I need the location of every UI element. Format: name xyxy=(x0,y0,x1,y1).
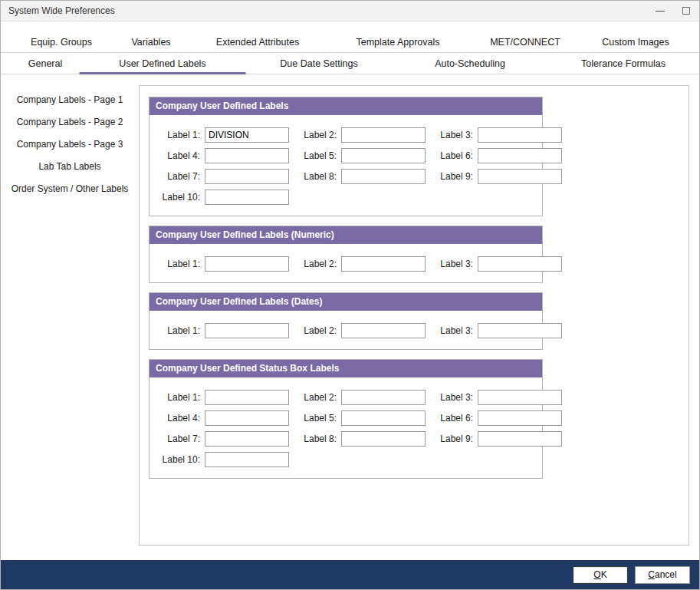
group-1-label-6-input[interactable] xyxy=(478,148,562,163)
field-label-label-9: Label 9: xyxy=(430,171,473,182)
field-label-label-4: Label 4: xyxy=(157,413,200,424)
field-label-label-5: Label 5: xyxy=(294,413,337,424)
close-button[interactable] xyxy=(673,1,699,21)
window-title: System Wide Preferences xyxy=(1,5,115,16)
field-label-label-4: Label 4: xyxy=(157,150,200,161)
group-header: Company User Defined Status Box Labels xyxy=(150,360,542,377)
field-label-label-1: Label 1: xyxy=(157,259,200,269)
group-1-label-9-input[interactable] xyxy=(478,169,562,184)
group-4-label-10-input[interactable] xyxy=(205,452,289,467)
tab-auto-scheduling[interactable]: Auto-Scheduling xyxy=(427,53,513,74)
tab-row-top: Equip. GroupsVariablesExtended Attribute… xyxy=(1,32,699,53)
tab-general[interactable]: General xyxy=(21,53,70,74)
group-2-label-3-input[interactable] xyxy=(478,256,562,272)
ok-button[interactable]: OK xyxy=(573,566,628,584)
field-label-label-3: Label 3: xyxy=(430,392,473,403)
group-header: Company User Defined Labels xyxy=(150,97,542,115)
tab-custom-images[interactable]: Custom Images xyxy=(594,32,677,52)
title-bar: System Wide Preferences — xyxy=(1,1,699,21)
group-1-label-4-input[interactable] xyxy=(205,148,289,163)
minimize-button[interactable]: — xyxy=(647,1,673,21)
close-icon xyxy=(682,7,690,15)
group-company-user-defined-labels: Company User Defined LabelsLabel 1:Label… xyxy=(149,97,543,216)
minimize-icon: — xyxy=(656,5,665,16)
group-1-label-8-input[interactable] xyxy=(341,169,426,184)
sidebar-item-order-system-other-labels[interactable]: Order System / Other Labels xyxy=(1,177,139,199)
group-company-user-defined-labels-dates: Company User Defined Labels (Dates)Label… xyxy=(149,292,543,350)
field-label-label-3: Label 3: xyxy=(430,259,473,269)
field-label-label-5: Label 5: xyxy=(294,150,337,161)
group-body: Label 1:Label 2:Label 3: xyxy=(150,311,542,349)
group-2-label-2-input[interactable] xyxy=(341,256,426,272)
cancel-button[interactable]: Cancel xyxy=(635,566,690,584)
group-4-label-7-input[interactable] xyxy=(205,431,289,447)
group-4-label-1-input[interactable] xyxy=(205,390,289,405)
field-label-label-3: Label 3: xyxy=(430,130,473,140)
group-1-label-3-input[interactable] xyxy=(478,127,562,143)
group-1-label-5-input[interactable] xyxy=(341,148,426,163)
sidebar-item-lab-tab-labels[interactable]: Lab Tab Labels xyxy=(1,155,139,177)
tab-equip-groups[interactable]: Equip. Groups xyxy=(23,32,100,52)
field-label-label-1: Label 1: xyxy=(157,130,200,140)
group-1-label-7-input[interactable] xyxy=(205,169,289,184)
system-wide-preferences-dialog: System Wide Preferences — Equip. GroupsV… xyxy=(0,0,700,590)
tab-extended-attributes[interactable]: Extended Attributes xyxy=(209,32,307,52)
window-controls: — xyxy=(647,1,699,21)
group-2-label-1-input[interactable] xyxy=(205,256,289,272)
group-1-label-10-input[interactable] xyxy=(205,190,289,205)
field-label-label-2: Label 2: xyxy=(294,130,337,140)
group-header: Company User Defined Labels (Numeric) xyxy=(150,226,542,244)
field-label-label-1: Label 1: xyxy=(157,392,200,403)
tab-row-bottom: GeneralUser Defined LabelsDue Date Setti… xyxy=(1,53,699,74)
group-body: Label 1:Label 2:Label 3: xyxy=(150,244,542,282)
sidebar-item-company-labels-page-2[interactable]: Company Labels - Page 2 xyxy=(1,110,139,133)
group-body: Label 1:Label 2:Label 3:Label 4:Label 5:… xyxy=(150,115,542,216)
tab-variables[interactable]: Variables xyxy=(123,32,178,52)
group-1-label-2-input[interactable] xyxy=(341,127,426,143)
group-company-user-defined-labels-numeric: Company User Defined Labels (Numeric)Lab… xyxy=(149,226,543,283)
tab-met-connect[interactable]: MET/CONNECT xyxy=(482,32,568,52)
group-4-label-5-input[interactable] xyxy=(341,410,426,426)
dialog-footer: OK Cancel xyxy=(1,560,699,589)
group-3-label-2-input[interactable] xyxy=(341,323,426,338)
field-label-label-1: Label 1: xyxy=(157,325,200,336)
field-label-label-2: Label 2: xyxy=(294,392,337,403)
group-4-label-3-input[interactable] xyxy=(478,390,562,405)
field-label-label-8: Label 8: xyxy=(294,433,337,444)
field-label-label-9: Label 9: xyxy=(430,433,473,444)
group-4-label-4-input[interactable] xyxy=(205,410,289,426)
group-3-label-3-input[interactable] xyxy=(478,323,562,338)
field-label-label-6: Label 6: xyxy=(430,413,473,424)
field-label-label-8: Label 8: xyxy=(294,171,337,182)
sidebar-item-company-labels-page-3[interactable]: Company Labels - Page 3 xyxy=(1,133,139,155)
field-label-label-6: Label 6: xyxy=(430,150,473,161)
field-label-label-7: Label 7: xyxy=(157,433,200,444)
group-4-label-2-input[interactable] xyxy=(341,390,426,405)
group-4-label-9-input[interactable] xyxy=(478,431,562,447)
content-panel: Company User Defined LabelsLabel 1:Label… xyxy=(139,85,689,546)
group-4-label-8-input[interactable] xyxy=(341,431,426,447)
field-label-label-3: Label 3: xyxy=(430,325,473,336)
group-3-label-1-input[interactable] xyxy=(205,323,289,338)
group-body: Label 1:Label 2:Label 3:Label 4:Label 5:… xyxy=(150,377,542,478)
field-label-label-10: Label 10: xyxy=(157,192,200,203)
tab-template-approvals[interactable]: Template Approvals xyxy=(348,32,447,52)
tab-user-defined-labels[interactable]: User Defined Labels xyxy=(80,53,246,74)
field-label-label-7: Label 7: xyxy=(157,171,200,182)
tab-due-date-settings[interactable]: Due Date Settings xyxy=(272,53,365,74)
group-company-user-defined-status-box-labels: Company User Defined Status Box LabelsLa… xyxy=(149,359,543,479)
field-label-label-2: Label 2: xyxy=(294,259,337,269)
group-4-label-6-input[interactable] xyxy=(478,410,562,426)
field-label-label-10: Label 10: xyxy=(157,454,200,465)
field-label-label-2: Label 2: xyxy=(294,325,337,336)
group-1-label-1-input[interactable] xyxy=(205,127,289,143)
labels-category-list: Company Labels - Page 1Company Labels - … xyxy=(1,74,139,560)
group-header: Company User Defined Labels (Dates) xyxy=(150,293,542,311)
sidebar-item-company-labels-page-1[interactable]: Company Labels - Page 1 xyxy=(1,88,139,110)
tab-tolerance-formulas[interactable]: Tolerance Formulas xyxy=(573,53,673,74)
